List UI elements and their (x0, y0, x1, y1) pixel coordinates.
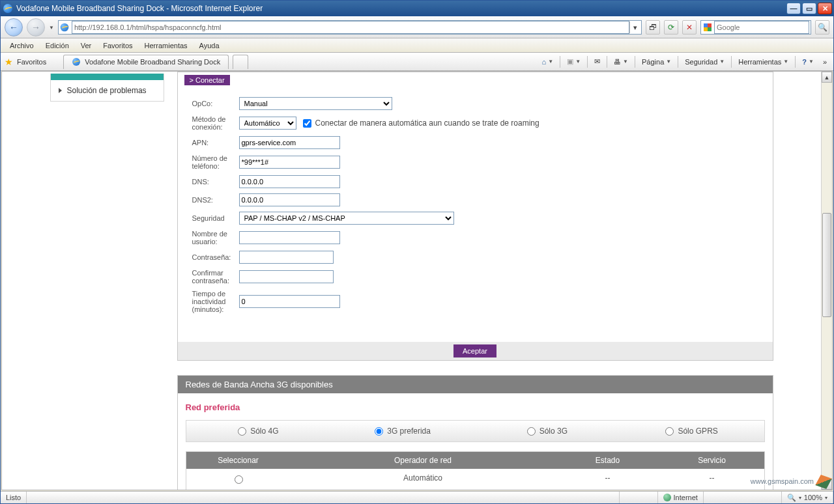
globe-icon (663, 494, 671, 501)
stop-button[interactable]: ✕ (682, 20, 697, 35)
tab-active[interactable]: Vodafone Mobile Broadband Sharing Dock (63, 55, 229, 69)
status-text: Listo (1, 492, 27, 503)
checkbox-roaming[interactable] (303, 119, 311, 128)
safety-menu[interactable]: Seguridad▼ (682, 55, 727, 69)
col-state: Estado (556, 452, 660, 469)
col-operator: Operador de red (291, 452, 556, 469)
row-select-radio[interactable] (235, 475, 243, 484)
new-tab-button[interactable] (233, 55, 248, 69)
search-go-button[interactable]: 🔍 (815, 20, 829, 35)
compat-view-button[interactable]: 🗗 (646, 20, 660, 35)
address-dropdown[interactable]: ▾ (629, 21, 640, 33)
protected-mode-cell (704, 492, 782, 503)
cell-state: -- (556, 469, 660, 490)
scroll-down-button[interactable]: ▼ (822, 479, 832, 490)
zone-label: Internet (674, 494, 698, 501)
security-zone[interactable]: Internet (658, 492, 704, 503)
radio-3g-preferred[interactable]: 3G preferida (330, 427, 475, 436)
zoom-control[interactable]: 🔍 ▾ 100% ▾ (782, 492, 833, 503)
col-select: Seleccionar (186, 452, 291, 469)
tools-menu[interactable]: Herramientas▼ (736, 55, 791, 69)
caret-right-icon (59, 88, 62, 93)
tab-conectar[interactable]: > Conectar (184, 75, 230, 85)
forward-button[interactable]: → (27, 18, 45, 36)
cell-service: -- (660, 469, 764, 490)
input-confirm-password[interactable] (239, 270, 334, 283)
page-icon (61, 23, 69, 32)
label-idle: Tiempo de inactividad (minutos): (192, 290, 239, 313)
input-password[interactable] (239, 251, 334, 264)
network-mode-radios: Sólo 4G 3G preferida Sólo 3G Sólo GPRS (186, 420, 765, 442)
input-phone[interactable] (239, 156, 340, 169)
window-title: Vodafone Mobile Broadband Sharing Dock -… (16, 4, 263, 13)
help-button[interactable]: ?▼ (799, 55, 816, 69)
connection-panel: > Conectar OpCo: Manual Método de conexi… (177, 72, 773, 361)
menu-ayuda[interactable]: Ayuda (194, 40, 225, 51)
minimize-button[interactable]: — (786, 3, 801, 14)
select-security[interactable]: PAP / MS-CHAP v2 / MS-CHAP (239, 212, 454, 225)
input-username[interactable] (239, 231, 340, 244)
help-icon: ? (802, 58, 807, 66)
maximize-button[interactable]: ▭ (802, 3, 816, 14)
label-username: Nombre de usuario: (192, 230, 239, 245)
ie-icon (3, 4, 12, 13)
address-bar[interactable]: ▾ (58, 20, 642, 35)
table-row: Automático -- -- (186, 469, 764, 490)
menu-archivo[interactable]: Archivo (5, 40, 39, 51)
zoom-value: 100% (804, 494, 822, 501)
address-input[interactable] (72, 21, 629, 34)
google-icon (704, 23, 712, 31)
chevron-more[interactable]: » (820, 55, 829, 69)
input-apn[interactable] (239, 136, 340, 149)
input-dns[interactable] (239, 175, 340, 188)
read-mail-button[interactable]: ✉ (592, 55, 603, 69)
label-confirm-password: Confirmar contraseña: (192, 269, 239, 285)
accept-button[interactable]: Aceptar (453, 344, 496, 357)
print-icon: 🖶 (614, 58, 621, 66)
menu-ver[interactable]: Ver (76, 40, 97, 51)
vertical-scrollbar[interactable]: ▲ ▼ (821, 72, 832, 490)
networks-table: Seleccionar Operador de red Estado Servi… (186, 451, 765, 490)
menu-edicion[interactable]: Edición (40, 40, 74, 51)
mail-icon: ✉ (594, 57, 600, 66)
page-menu[interactable]: Página▼ (639, 55, 674, 69)
label-roaming: Conectar de manera automática aun cuando… (315, 119, 539, 128)
scroll-track[interactable] (822, 83, 832, 479)
favorites-star-icon[interactable]: ★ (5, 57, 13, 67)
networks-header: Redes de Banda Ancha 3G disponibles (178, 376, 773, 393)
scroll-up-button[interactable]: ▲ (822, 72, 832, 83)
tab-title: Vodafone Mobile Broadband Sharing Dock (85, 58, 220, 66)
radio-only-gprs[interactable]: Sólo GPRS (620, 427, 764, 436)
menu-favoritos[interactable]: Favoritos (98, 40, 137, 51)
label-security: Seguridad (192, 214, 239, 222)
home-button[interactable]: ⌂▼ (539, 55, 556, 69)
label-dns2: DNS2: (192, 196, 239, 204)
close-button[interactable]: ✕ (818, 3, 832, 14)
menu-herramientas[interactable]: Herramientas (139, 40, 193, 51)
sidebar-item-troubleshoot[interactable]: Solución de problemas (51, 80, 164, 101)
menu-bar: Archivo Edición Ver Favoritos Herramient… (1, 38, 833, 53)
print-button[interactable]: 🖶▼ (611, 55, 631, 69)
status-bar: Listo Internet 🔍 ▾ 100% ▾ (1, 491, 833, 503)
nav-history-dropdown[interactable]: ▼ (49, 25, 54, 31)
input-idle[interactable] (239, 295, 340, 308)
search-input[interactable] (714, 21, 809, 34)
feeds-button[interactable]: ▣▼ (564, 55, 583, 69)
networks-panel: Redes de Banda Ancha 3G disponibles Red … (177, 375, 773, 490)
label-opco: OpCo: (192, 100, 239, 107)
radio-only-4g[interactable]: Sólo 4G (186, 427, 331, 436)
navigation-bar: ← → ▼ ▾ 🗗 ⟳ ✕ 🔍 (1, 16, 833, 38)
chevron-right-icon: » (823, 58, 827, 66)
select-method[interactable]: Automático (239, 117, 296, 130)
back-button[interactable]: ← (5, 18, 23, 36)
radio-only-3g[interactable]: Sólo 3G (475, 427, 620, 436)
label-apn: APN: (192, 139, 239, 147)
refresh-button[interactable]: ⟳ (664, 20, 678, 35)
select-opco[interactable]: Manual (239, 97, 392, 110)
sidebar-item-label: Solución de problemas (67, 86, 147, 95)
input-dns2[interactable] (239, 193, 340, 206)
favorites-button[interactable]: Favoritos (17, 58, 46, 66)
col-service: Servicio (660, 452, 764, 469)
scroll-thumb[interactable] (822, 213, 831, 317)
search-box[interactable] (700, 20, 811, 35)
